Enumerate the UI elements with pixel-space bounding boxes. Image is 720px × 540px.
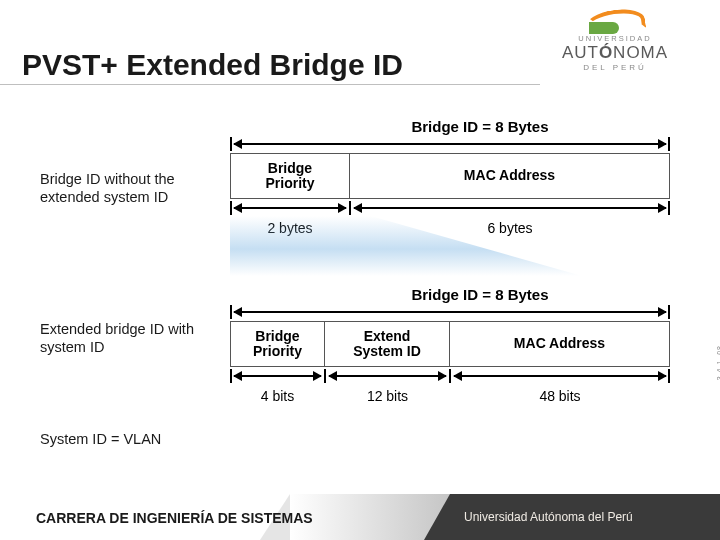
caption-system-id-vlan: System ID = VLAN	[40, 430, 161, 448]
figure-ref: 3.4.1_08	[716, 345, 720, 380]
lower-size-2: 48 bits	[450, 388, 670, 404]
university-logo: UNIVERSIDAD AUTÓNOMA DEL PERÚ	[530, 6, 700, 66]
lower-cells: Bridge Priority Extend System ID MAC Add…	[230, 321, 670, 367]
cell-mac-address-ext: MAC Address	[450, 321, 670, 367]
upper-overall-label: Bridge ID = 8 Bytes	[290, 118, 670, 135]
title-divider	[0, 84, 540, 85]
logo-big-post: NOMA	[613, 43, 668, 62]
upper-overall-arrow	[230, 135, 670, 153]
lower-size-0: 4 bits	[230, 388, 325, 404]
upper-size-1: 6 bytes	[350, 220, 670, 236]
logo-line2: AUTÓNOMA	[530, 43, 700, 63]
lower-block: Bridge ID = 8 Bytes Bridge Priority Exte…	[230, 286, 670, 404]
logo-big-pre: AUT	[562, 43, 599, 62]
slide-title: PVST+ Extended Bridge ID	[22, 48, 403, 82]
logo-swoosh-icon	[585, 6, 645, 36]
upper-size-arrows	[230, 199, 670, 217]
footer-career: CARRERA DE INGENIERÍA DE SISTEMAS	[36, 510, 313, 526]
upper-sizes: 2 bytes 6 bytes	[230, 220, 670, 236]
logo-line3: DEL PERÚ	[530, 63, 700, 72]
caption-with-extended: Extended bridge ID with system ID	[40, 320, 200, 356]
logo-big-accent: Ó	[599, 43, 613, 62]
slide: UNIVERSIDAD AUTÓNOMA DEL PERÚ PVST+ Exte…	[0, 0, 720, 540]
lower-sizes: 4 bits 12 bits 48 bits	[230, 388, 670, 404]
bridge-id-diagram: Bridge ID = 8 Bytes Bridge Priority MAC …	[230, 118, 700, 404]
upper-block: Bridge ID = 8 Bytes Bridge Priority MAC …	[230, 118, 670, 236]
cell-mac-address: MAC Address	[350, 153, 670, 199]
lower-size-1: 12 bits	[325, 388, 450, 404]
lower-overall-label: Bridge ID = 8 Bytes	[290, 286, 670, 303]
cell-bridge-priority-ext: Bridge Priority	[230, 321, 325, 367]
cell-extend-system-id: Extend System ID	[325, 321, 450, 367]
lower-overall-arrow	[230, 303, 670, 321]
caption-without-extended: Bridge ID without the extended system ID	[40, 170, 200, 206]
upper-size-0: 2 bytes	[230, 220, 350, 236]
cell-bridge-priority: Bridge Priority	[230, 153, 350, 199]
lower-size-arrows	[230, 367, 670, 385]
footer: Universidad Autónoma del Perú CARRERA DE…	[0, 494, 720, 540]
footer-university-name: Universidad Autónoma del Perú	[450, 494, 720, 540]
upper-cells: Bridge Priority MAC Address	[230, 153, 670, 199]
